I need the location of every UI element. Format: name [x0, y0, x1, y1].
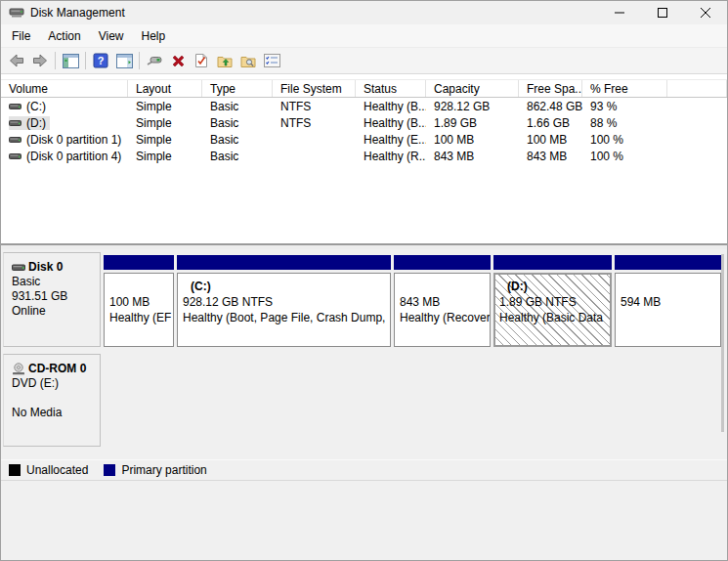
- volume-pct-free: 93 %: [582, 100, 667, 113]
- title-bar: Disk Management: [1, 1, 727, 24]
- show-action-pane-button[interactable]: [112, 50, 136, 71]
- explore-button[interactable]: [236, 50, 260, 71]
- primary-partition-color-swatch: [104, 464, 115, 476]
- volume-free-space: 100 MB: [519, 133, 582, 147]
- graphical-view-scrollbar[interactable]: [721, 254, 724, 432]
- volume-name: (Disk 0 partition 1): [26, 133, 121, 147]
- disk0-row: Disk 0 Basic 931.51 GB Online 100 MB Hea…: [3, 252, 719, 347]
- help-button[interactable]: ?: [89, 50, 112, 71]
- svg-text:?: ?: [98, 55, 105, 66]
- cdrom-row: CD-ROM 0 DVD (E:) No Media: [3, 354, 719, 447]
- unallocated-color-swatch: [9, 464, 21, 476]
- column-header-pct-free[interactable]: % Free: [582, 80, 667, 97]
- volume-type: Basic: [202, 100, 273, 113]
- volume-layout: Simple: [128, 116, 202, 130]
- column-header-status[interactable]: Status: [356, 80, 426, 97]
- volume-pct-free: 100 %: [582, 133, 667, 147]
- menu-action[interactable]: Action: [39, 25, 89, 47]
- toolbar: ?: [1, 48, 727, 74]
- selected-volume-highlight: (D:): [9, 116, 50, 130]
- volume-disk-icon: [9, 119, 21, 127]
- status-bar: [1, 480, 727, 560]
- column-header-type[interactable]: Type: [202, 80, 273, 97]
- close-button[interactable]: [684, 1, 727, 24]
- legend-label-unallocated: Unallocated: [26, 463, 88, 477]
- volume-status: Healthy (B...: [356, 100, 426, 113]
- volume-name: (Disk 0 partition 4): [26, 150, 121, 163]
- disk0-panel[interactable]: Disk 0 Basic 931.51 GB Online: [3, 252, 101, 347]
- maximize-button[interactable]: [641, 1, 684, 24]
- mark-partition-button[interactable]: [190, 50, 213, 71]
- delete-volume-button[interactable]: [166, 50, 190, 71]
- partition-status: Healthy (EF: [109, 310, 173, 325]
- column-header-empty: [667, 80, 727, 97]
- partition-title: [400, 279, 490, 294]
- minimize-button[interactable]: [598, 1, 641, 24]
- menu-help[interactable]: Help: [133, 25, 175, 47]
- forward-button[interactable]: [28, 50, 52, 71]
- cdrom-empty-area: [101, 354, 719, 447]
- partition-size: 843 MB: [400, 294, 490, 310]
- toolbar-separator: [55, 52, 56, 69]
- partition-title: [109, 279, 173, 294]
- table-row-volume-d[interactable]: (D:) Simple Basic NTFS Healthy (B... 1.8…: [1, 114, 727, 131]
- partition-d-selected[interactable]: (D:) 1.89 GB NTFS Healthy (Basic Data: [493, 252, 612, 347]
- disk-management-app-icon: [9, 5, 24, 21]
- volume-layout: Simple: [128, 100, 202, 113]
- volume-pct-free: 100 %: [582, 150, 667, 163]
- folder-up-icon: [217, 54, 233, 68]
- column-header-volume[interactable]: Volume: [1, 80, 128, 97]
- volume-free-space: 1.66 GB: [519, 116, 582, 130]
- partition-594mb[interactable]: 594 MB: [615, 252, 721, 347]
- delete-x-icon: [171, 54, 186, 68]
- table-row-partition-4[interactable]: (Disk 0 partition 4) Simple Basic Health…: [1, 148, 727, 164]
- partition-color-band: [615, 255, 721, 270]
- volume-disk-icon: [9, 152, 21, 160]
- action-pane-icon: [116, 54, 133, 68]
- volume-list-header: Volume Layout Type File System Status Ca…: [1, 79, 727, 98]
- folder-search-icon: [240, 54, 256, 68]
- back-arrow-icon: [9, 53, 24, 68]
- volume-type: Basic: [202, 116, 273, 130]
- show-console-tree-button[interactable]: [59, 50, 82, 71]
- volume-status: Healthy (R...: [356, 150, 426, 163]
- volume-file-system: NTFS: [273, 116, 356, 130]
- customize-view-button[interactable]: [260, 50, 283, 71]
- toolbar-separator: [139, 52, 140, 69]
- help-icon: ?: [93, 53, 108, 68]
- open-button[interactable]: [213, 50, 236, 71]
- menu-file[interactable]: File: [3, 25, 39, 47]
- disk-icon: [12, 263, 25, 272]
- partition-status: Healthy (Basic Data: [499, 310, 610, 325]
- volume-status: Healthy (B...: [356, 116, 426, 130]
- partition-color-band: [493, 255, 612, 270]
- partition-color-band: [177, 255, 391, 270]
- volume-capacity: 843 MB: [426, 150, 519, 163]
- table-row-volume-c[interactable]: (C:) Simple Basic NTFS Healthy (B... 928…: [1, 98, 727, 114]
- cdrom-name: CD-ROM 0: [28, 362, 86, 376]
- column-header-layout[interactable]: Layout: [128, 80, 202, 97]
- back-button[interactable]: [5, 50, 28, 71]
- disk-properties-button[interactable]: [143, 50, 166, 71]
- document-check-icon: [194, 53, 208, 68]
- partition-size: 594 MB: [621, 294, 720, 310]
- menu-view[interactable]: View: [90, 25, 133, 47]
- partition-color-band: [394, 255, 491, 270]
- table-row-partition-1[interactable]: (Disk 0 partition 1) Simple Basic Health…: [1, 131, 727, 148]
- volume-list: Volume Layout Type File System Status Ca…: [1, 79, 727, 164]
- volume-list-empty-area: [1, 164, 727, 243]
- volume-disk-icon: [9, 136, 21, 144]
- disk-properties-icon: [146, 54, 163, 67]
- column-header-free-space[interactable]: Free Spa...: [519, 80, 582, 97]
- console-tree-icon: [63, 54, 79, 68]
- column-header-capacity[interactable]: Capacity: [426, 80, 519, 97]
- column-header-file-system[interactable]: File System: [273, 80, 356, 97]
- partition-c[interactable]: (C:) 928.12 GB NTFS Healthy (Boot, Page …: [177, 252, 391, 347]
- volume-type: Basic: [202, 150, 273, 163]
- partition-title: (D:): [499, 279, 610, 294]
- cdrom-panel[interactable]: CD-ROM 0 DVD (E:) No Media: [3, 354, 101, 447]
- volume-capacity: 928.12 GB: [426, 100, 519, 113]
- partition-recovery[interactable]: 843 MB Healthy (Recover: [394, 252, 491, 347]
- partition-efi[interactable]: 100 MB Healthy (EF: [104, 252, 174, 347]
- partition-status: Healthy (Boot, Page File, Crash Dump,: [183, 310, 390, 325]
